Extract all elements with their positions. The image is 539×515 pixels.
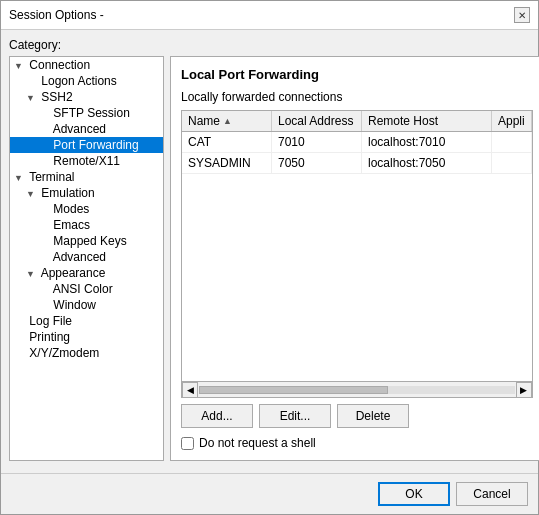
no-shell-label: Do not request a shell bbox=[199, 436, 316, 450]
tree-item-label: Emulation bbox=[41, 186, 94, 200]
tree-item-label: Port Forwarding bbox=[53, 138, 138, 152]
th-name[interactable]: Name ▲ bbox=[182, 111, 272, 131]
content-subtitle: Locally forwarded connections bbox=[181, 90, 533, 104]
scroll-left-button[interactable]: ◀ bbox=[182, 382, 198, 398]
td-local: 7010 bbox=[272, 132, 362, 152]
expand-icon: ▼ bbox=[26, 269, 38, 279]
main-area: ▼ Connection Logon Actions▼ SSH2 SFTP Se… bbox=[9, 56, 530, 461]
expand-icon: ▼ bbox=[26, 189, 38, 199]
scroll-track[interactable] bbox=[199, 386, 515, 394]
category-label: Category: bbox=[9, 38, 530, 52]
edit-button[interactable]: Edit... bbox=[259, 404, 331, 428]
tree-item-appearance[interactable]: ▼ Appearance bbox=[10, 265, 163, 281]
tree-item-label: Connection bbox=[29, 58, 90, 72]
dialog-footer: OK Cancel bbox=[1, 473, 538, 514]
ok-button[interactable]: OK bbox=[378, 482, 450, 506]
cancel-button[interactable]: Cancel bbox=[456, 482, 528, 506]
tree-item-label: Advanced bbox=[53, 250, 106, 264]
tree-item-xyz-modem[interactable]: X/Y/Zmodem bbox=[10, 345, 163, 361]
tree-item-advanced-term[interactable]: Advanced bbox=[10, 249, 163, 265]
forwarding-table: Name ▲ Local Address Remote Host Appli bbox=[181, 110, 533, 398]
tree-item-label: Terminal bbox=[29, 170, 74, 184]
tree-panel: ▼ Connection Logon Actions▼ SSH2 SFTP Se… bbox=[9, 56, 164, 461]
no-shell-checkbox-row: Do not request a shell bbox=[181, 436, 533, 450]
table-row[interactable]: CAT 7010 localhost:7010 bbox=[182, 132, 532, 153]
tree-item-emulation[interactable]: ▼ Emulation bbox=[10, 185, 163, 201]
expand-icon: ▼ bbox=[26, 93, 38, 103]
table-row[interactable]: SYSADMIN 7050 localhost:7050 bbox=[182, 153, 532, 174]
tree-item-log-file[interactable]: Log File bbox=[10, 313, 163, 329]
tree-item-label: Printing bbox=[29, 330, 70, 344]
td-local: 7050 bbox=[272, 153, 362, 173]
tree-item-remote-x11[interactable]: Remote/X11 bbox=[10, 153, 163, 169]
content-title: Local Port Forwarding bbox=[181, 67, 533, 82]
session-options-dialog: Session Options - ✕ Category: ▼ Connecti… bbox=[0, 0, 539, 515]
td-name: SYSADMIN bbox=[182, 153, 272, 173]
tree-item-label: Logon Actions bbox=[41, 74, 116, 88]
tree-item-label: Modes bbox=[53, 202, 89, 216]
tree-item-ansi-color[interactable]: ANSI Color bbox=[10, 281, 163, 297]
td-name: CAT bbox=[182, 132, 272, 152]
tree-item-mapped-keys[interactable]: Mapped Keys bbox=[10, 233, 163, 249]
tree-item-port-forwarding[interactable]: Port Forwarding bbox=[10, 137, 163, 153]
tree-item-advanced-conn[interactable]: Advanced bbox=[10, 121, 163, 137]
scroll-right-button[interactable]: ▶ bbox=[516, 382, 532, 398]
th-appli[interactable]: Appli bbox=[492, 111, 532, 131]
th-local-address[interactable]: Local Address bbox=[272, 111, 362, 131]
tree-item-modes[interactable]: Modes bbox=[10, 201, 163, 217]
action-buttons: Add... Edit... Delete bbox=[181, 404, 533, 428]
tree-item-label: Remote/X11 bbox=[53, 154, 120, 168]
tree-item-window[interactable]: Window bbox=[10, 297, 163, 313]
close-button[interactable]: ✕ bbox=[514, 7, 530, 23]
tree-item-emacs[interactable]: Emacs bbox=[10, 217, 163, 233]
no-shell-checkbox[interactable] bbox=[181, 437, 194, 450]
delete-button[interactable]: Delete bbox=[337, 404, 409, 428]
tree-item-printing[interactable]: Printing bbox=[10, 329, 163, 345]
title-bar: Session Options - ✕ bbox=[1, 1, 538, 30]
tree-item-logon-actions[interactable]: Logon Actions bbox=[10, 73, 163, 89]
th-remote-host[interactable]: Remote Host bbox=[362, 111, 492, 131]
dialog-body: Category: ▼ Connection Logon Actions▼ SS… bbox=[1, 30, 538, 469]
tree-item-label: Mapped Keys bbox=[53, 234, 126, 248]
tree-item-label: X/Y/Zmodem bbox=[29, 346, 99, 360]
tree-item-ssh2[interactable]: ▼ SSH2 bbox=[10, 89, 163, 105]
content-panel: Local Port Forwarding Locally forwarded … bbox=[170, 56, 539, 461]
tree-item-label: Log File bbox=[29, 314, 72, 328]
sort-arrow-name: ▲ bbox=[223, 116, 232, 126]
table-header: Name ▲ Local Address Remote Host Appli bbox=[182, 111, 532, 132]
expand-icon: ▼ bbox=[14, 173, 26, 183]
tree-item-label: Advanced bbox=[53, 122, 106, 136]
td-appli bbox=[492, 132, 532, 152]
scroll-thumb[interactable] bbox=[199, 386, 388, 394]
expand-icon: ▼ bbox=[14, 61, 26, 71]
tree-item-label: Appearance bbox=[41, 266, 106, 280]
td-remote: localhost:7050 bbox=[362, 153, 492, 173]
td-remote: localhost:7010 bbox=[362, 132, 492, 152]
table-body: CAT 7010 localhost:7010 SYSADMIN 7050 lo… bbox=[182, 132, 532, 381]
add-button[interactable]: Add... bbox=[181, 404, 253, 428]
tree-item-terminal[interactable]: ▼ Terminal bbox=[10, 169, 163, 185]
td-appli bbox=[492, 153, 532, 173]
horizontal-scrollbar[interactable]: ◀ ▶ bbox=[182, 381, 532, 397]
tree-item-label: ANSI Color bbox=[53, 282, 113, 296]
tree-item-connection[interactable]: ▼ Connection bbox=[10, 57, 163, 73]
dialog-title: Session Options - bbox=[9, 8, 104, 22]
tree-item-label: Emacs bbox=[53, 218, 90, 232]
tree-item-label: Window bbox=[53, 298, 96, 312]
tree-item-label: SFTP Session bbox=[53, 106, 129, 120]
tree-item-sftp-session[interactable]: SFTP Session bbox=[10, 105, 163, 121]
tree-item-label: SSH2 bbox=[41, 90, 72, 104]
